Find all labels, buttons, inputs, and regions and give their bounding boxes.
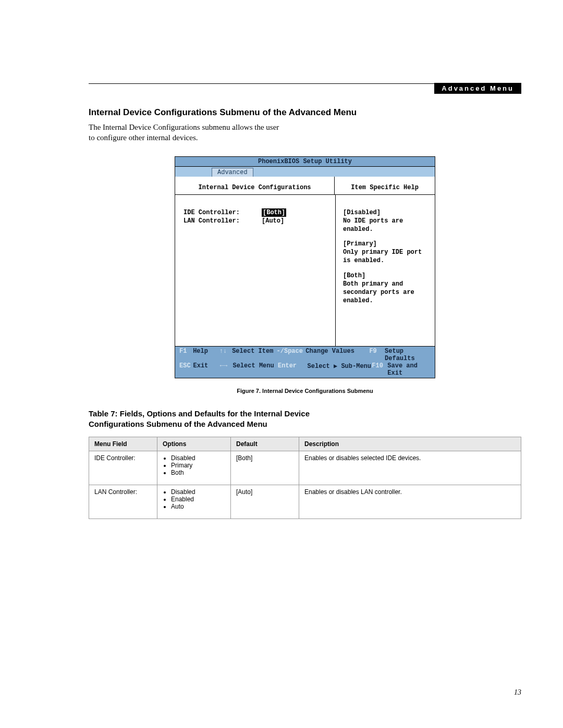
label-select-submenu: Select ▶ Sub-Menu xyxy=(308,362,372,377)
help-head: [Both] xyxy=(343,272,427,280)
bios-help-content: [Disabled] No IDE ports are enabled. [Pr… xyxy=(336,195,435,317)
key-minus-space: -/Space xyxy=(277,348,306,362)
bios-utility-title: PhoenixBIOS Setup Utility xyxy=(175,157,435,167)
help-head: [Primary] xyxy=(343,240,427,248)
option-item: Primary xyxy=(171,462,225,469)
bios-footer-row-1: F1 Help ↑↓ Select Item -/Space Change Va… xyxy=(179,348,431,362)
bios-field-value-selected[interactable]: [Both] xyxy=(262,208,286,217)
label-help: Help xyxy=(193,348,219,362)
cell-default: [Both] xyxy=(231,451,299,485)
key-f9: F9 xyxy=(369,348,385,362)
bios-left-content: IDE Controller: [Both] LAN Controller: [… xyxy=(175,195,335,230)
option-item: Enabled xyxy=(171,496,225,503)
label-setup-defaults: Setup Defaults xyxy=(385,348,431,362)
cell-field: LAN Controller: xyxy=(89,485,157,519)
intro-text: The Internal Device Configurations subme… xyxy=(89,122,287,143)
arrows-updown-icon: ↑↓ xyxy=(219,348,232,362)
key-enter: Enter xyxy=(278,362,308,377)
bios-left-panel: IDE Controller: [Both] LAN Controller: [… xyxy=(175,195,336,346)
label-select-menu: Select Menu xyxy=(232,362,278,377)
table-row: IDE Controller: Disabled Primary Both [B… xyxy=(89,451,521,485)
cell-options: Disabled Primary Both xyxy=(157,451,231,485)
page: Advanced Menu Internal Device Configurat… xyxy=(0,0,563,728)
tab-advanced[interactable]: Advanced xyxy=(212,168,253,177)
bios-field-value[interactable]: [Auto] xyxy=(262,217,284,225)
label-select-item: Select Item xyxy=(232,348,276,362)
bios-screenshot: PhoenixBIOS Setup Utility Advanced Inter… xyxy=(175,156,435,378)
header-badge: Advanced Menu xyxy=(434,83,521,94)
cell-desc: Enables or disables selected IDE devices… xyxy=(299,451,521,485)
header-rule: Advanced Menu xyxy=(89,83,521,84)
th-description: Description xyxy=(299,437,521,451)
bios-field-lan[interactable]: LAN Controller: [Auto] xyxy=(183,217,327,225)
cell-options: Disabled Enabled Auto xyxy=(157,485,231,519)
option-item: Auto xyxy=(171,503,225,510)
help-body: No IDE ports are enabled. xyxy=(343,217,427,233)
bios-field-label: LAN Controller: xyxy=(183,217,262,225)
page-number: 13 xyxy=(514,688,521,697)
th-options: Options xyxy=(157,437,231,451)
label-save-exit: Save and Exit xyxy=(387,362,431,377)
figure-caption: Figure 7. Internal Device Configurations… xyxy=(89,388,521,394)
bios-help-primary: [Primary] Only primary IDE port is enabl… xyxy=(343,240,427,265)
help-body: Both primary and secondary ports are ena… xyxy=(343,280,427,305)
section-title: Internal Device Configurations Submenu o… xyxy=(89,107,521,118)
key-f1: F1 xyxy=(179,348,193,362)
table-header-row: Menu Field Options Default Description xyxy=(89,437,521,451)
bios-body: IDE Controller: [Both] LAN Controller: [… xyxy=(175,195,435,346)
option-item: Disabled xyxy=(171,488,225,496)
bios-field-ide[interactable]: IDE Controller: [Both] xyxy=(183,208,327,217)
th-default: Default xyxy=(231,437,299,451)
help-body: Only primary IDE port is enabled. xyxy=(343,248,427,265)
option-item: Both xyxy=(171,469,225,476)
cell-default: [Auto] xyxy=(231,485,299,519)
bios-right-title: Item Specific Help xyxy=(335,177,435,194)
option-item: Disabled xyxy=(171,454,225,462)
label-exit: Exit xyxy=(193,362,220,377)
cell-desc: Enables or disables LAN controller. xyxy=(299,485,521,519)
bios-footer-row-2: ESC Exit ←→ Select Menu Enter Select ▶ S… xyxy=(179,362,431,377)
label-change-values: Change Values xyxy=(305,348,369,362)
key-esc: ESC xyxy=(179,362,193,377)
help-head: [Disabled] xyxy=(343,208,427,217)
bios-panel-titles: Internal Device Configurations Item Spec… xyxy=(175,177,435,195)
bios-left-title: Internal Device Configurations xyxy=(175,177,335,194)
bios-field-label: IDE Controller: xyxy=(183,208,262,217)
table-row: LAN Controller: Disabled Enabled Auto [A… xyxy=(89,485,521,519)
bios-help-panel: [Disabled] No IDE ports are enabled. [Pr… xyxy=(336,195,435,346)
key-f10: F10 xyxy=(372,362,387,377)
bios-help-disabled: [Disabled] No IDE ports are enabled. xyxy=(343,208,427,234)
options-table: Menu Field Options Default Description I… xyxy=(89,437,521,519)
arrows-leftright-icon: ←→ xyxy=(220,362,233,377)
table-title: Table 7: Fields, Options and Defaults fo… xyxy=(89,409,334,430)
cell-field: IDE Controller: xyxy=(89,451,157,485)
bios-tab-bar: Advanced xyxy=(175,167,435,177)
th-menu-field: Menu Field xyxy=(89,437,157,451)
bios-footer: F1 Help ↑↓ Select Item -/Space Change Va… xyxy=(175,346,435,378)
bios-help-both: [Both] Both primary and secondary ports … xyxy=(343,272,427,305)
